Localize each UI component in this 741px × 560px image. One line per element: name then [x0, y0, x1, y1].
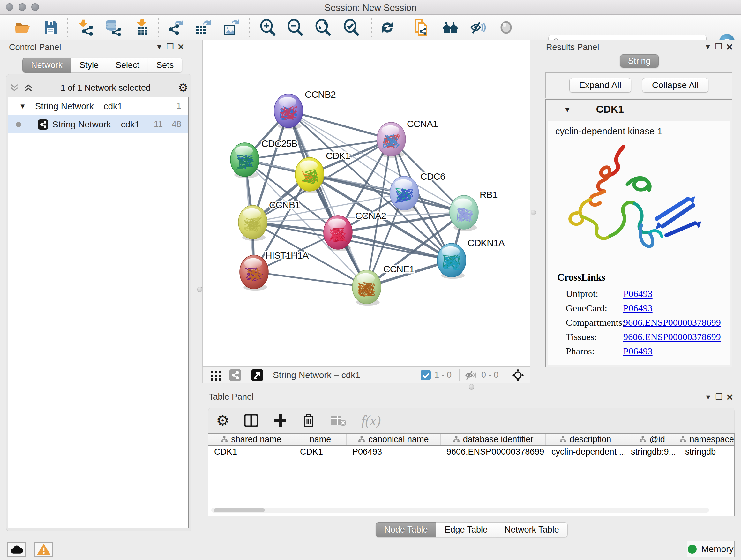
- column-header-label: @id: [650, 435, 665, 444]
- network-selector-row: 1 of 1 Network selected ⚙: [10, 81, 188, 95]
- import-network-icon[interactable]: [78, 19, 95, 36]
- crosslink-link[interactable]: P06493: [623, 288, 653, 299]
- memory-button[interactable]: Memory: [687, 541, 735, 557]
- crosslink-link[interactable]: P06493: [623, 303, 653, 314]
- show-eye-icon[interactable]: [498, 19, 515, 36]
- panel-menu-button[interactable]: ▾: [703, 392, 714, 402]
- network-collection-row[interactable]: ▼ String Network – cdk1 1: [8, 97, 188, 115]
- table-row[interactable]: CDK1CDK1P064939606.ENSP00000378699cyclin…: [208, 446, 734, 458]
- table-toolbar: ⚙ f(x): [208, 408, 735, 433]
- export-image-icon[interactable]: [223, 19, 239, 36]
- table-settings-gear-icon[interactable]: ⚙: [216, 412, 229, 429]
- network-node-RB1[interactable]: [450, 195, 478, 231]
- collapse-all-button[interactable]: Collapse All: [642, 78, 709, 92]
- network-canvas[interactable]: CCNB2CCNA1CDC25BCDK1CDC6RB1CCNB1CCNA2CDK…: [202, 40, 530, 367]
- expand-all-icon[interactable]: [23, 83, 33, 92]
- cloud-button[interactable]: [7, 542, 26, 557]
- right-splitter[interactable]: [530, 40, 536, 383]
- split-columns-icon[interactable]: [244, 414, 259, 427]
- entry-header[interactable]: ▼ CDK1: [546, 100, 732, 119]
- string-network-graph[interactable]: CCNB2CCNA1CDC25BCDK1CDC6RB1CCNB1CCNA2CDK…: [203, 40, 530, 366]
- grid-view-icon[interactable]: [210, 369, 222, 381]
- tab-style[interactable]: Style: [71, 58, 107, 73]
- panel-float-button[interactable]: ❒: [713, 42, 724, 52]
- panel-close-button[interactable]: ✕: [176, 42, 186, 52]
- collapse-all-icon[interactable]: [10, 83, 19, 92]
- network-options-gear-icon[interactable]: ⚙: [178, 81, 188, 95]
- delete-column-icon[interactable]: [302, 413, 315, 428]
- add-column-icon[interactable]: [273, 414, 287, 428]
- network-node-CCNB1[interactable]: [239, 205, 267, 241]
- network-row[interactable]: String Network – cdk1 11 48: [8, 115, 188, 133]
- panel-close-button[interactable]: ✕: [724, 42, 735, 52]
- hidden-eye-slash-icon[interactable]: [464, 369, 478, 381]
- tab-edge-table[interactable]: Edge Table: [436, 522, 496, 537]
- panel-menu-button[interactable]: ▾: [154, 42, 165, 52]
- column-header-database-identifier[interactable]: database identifier: [441, 434, 546, 445]
- refresh-icon[interactable]: [379, 19, 396, 36]
- network-node-CDC25B[interactable]: [230, 143, 259, 178]
- share-view-icon[interactable]: [229, 369, 242, 381]
- entry-description: cyclin-dependent kinase 1: [555, 126, 730, 137]
- home-icon[interactable]: [442, 19, 459, 36]
- tab-string[interactable]: String: [620, 54, 659, 68]
- column-header-description[interactable]: description: [546, 434, 625, 445]
- network-node-HIST1H1A[interactable]: [240, 255, 268, 291]
- collection-expander-icon[interactable]: ▼: [19, 102, 26, 111]
- open-in-window-icon[interactable]: [251, 369, 264, 381]
- panel-menu-button[interactable]: ▾: [702, 42, 713, 52]
- clone-network-icon[interactable]: [413, 19, 429, 36]
- network-edge[interactable]: [288, 111, 367, 287]
- zoom-out-icon[interactable]: [287, 19, 304, 36]
- zoom-in-icon[interactable]: [260, 19, 276, 36]
- crosslink-link[interactable]: 9606.ENSP00000378699: [623, 317, 721, 328]
- save-session-icon[interactable]: [42, 19, 59, 36]
- table-horizontal-scrollbar[interactable]: [211, 508, 709, 513]
- network-node-CDC6[interactable]: [390, 176, 419, 212]
- tab-network[interactable]: Network: [22, 58, 71, 73]
- table-cell: CDK1: [294, 446, 347, 458]
- crosslink-row: Pharos:P06493: [566, 344, 725, 358]
- function-builder-icon[interactable]: f(x): [361, 413, 381, 429]
- tab-network-table[interactable]: Network Table: [496, 522, 568, 537]
- tab-select[interactable]: Select: [107, 58, 148, 73]
- crosslink-link[interactable]: P06493: [623, 346, 653, 357]
- node-label-CCNE1: CCNE1: [383, 264, 414, 274]
- column-header-@id[interactable]: @id: [625, 434, 679, 445]
- column-header-name[interactable]: name: [294, 434, 347, 445]
- panel-float-button[interactable]: ❒: [165, 42, 176, 52]
- tab-node-table[interactable]: Node Table: [376, 522, 436, 537]
- hidden-count: 0 - 0: [481, 370, 498, 380]
- panel-close-button[interactable]: ✕: [724, 392, 735, 402]
- tab-sets[interactable]: Sets: [148, 58, 182, 73]
- zoom-selected-icon[interactable]: [343, 19, 360, 36]
- selected-count: 1 - 0: [434, 370, 452, 380]
- left-splitter[interactable]: [198, 40, 202, 539]
- hide-panels-eye-slash-icon[interactable]: [470, 19, 487, 36]
- export-table-icon[interactable]: [195, 19, 212, 36]
- entry-expander-icon[interactable]: ▼: [563, 105, 571, 114]
- network-node-CDK1[interactable]: [295, 158, 324, 193]
- crosshair-icon[interactable]: [511, 368, 525, 382]
- open-session-icon[interactable]: [14, 19, 30, 36]
- toolbar-separator: [249, 18, 250, 37]
- import-network-from-database-icon[interactable]: [105, 19, 122, 36]
- network-node-CCNA1[interactable]: [377, 122, 406, 158]
- network-node-CCNB2[interactable]: [274, 94, 303, 129]
- horizontal-splitter[interactable]: [202, 383, 741, 390]
- crosslink-link[interactable]: 9606.ENSP00000378699: [623, 331, 721, 342]
- network-node-CCNE1[interactable]: [352, 270, 381, 306]
- selected-checkbox-icon[interactable]: [420, 370, 431, 381]
- zoom-fit-icon[interactable]: [315, 19, 332, 36]
- network-edge[interactable]: [254, 272, 367, 287]
- expand-all-button[interactable]: Expand All: [569, 78, 631, 92]
- warning-button[interactable]: [35, 542, 53, 557]
- export-network-icon[interactable]: [167, 19, 184, 36]
- delete-table-icon[interactable]: [330, 414, 347, 427]
- network-node-CDKN1A[interactable]: [437, 243, 466, 279]
- column-header-namespace[interactable]: namespace: [679, 434, 734, 445]
- column-header-shared-name[interactable]: shared name: [208, 434, 294, 445]
- column-header-canonical-name[interactable]: canonical name: [347, 434, 441, 445]
- panel-float-button[interactable]: ❒: [714, 392, 724, 402]
- import-table-icon[interactable]: [134, 19, 151, 36]
